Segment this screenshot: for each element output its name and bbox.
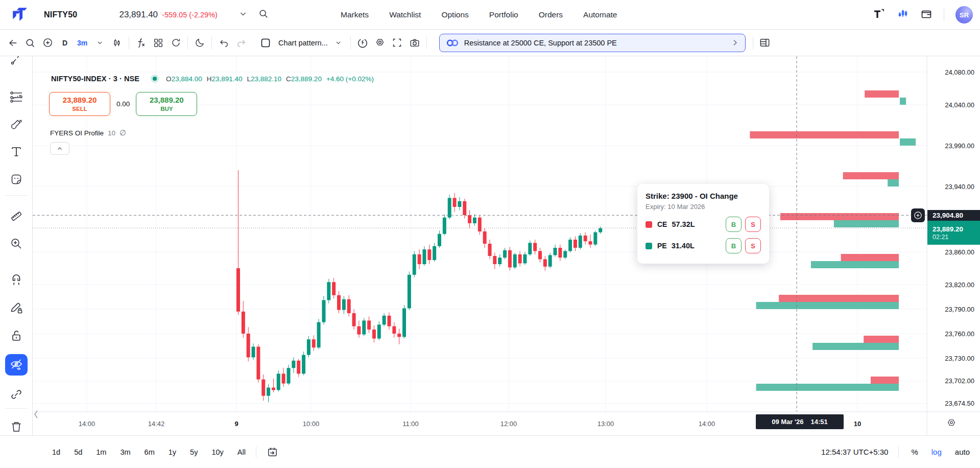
back-button[interactable] <box>4 34 21 52</box>
tool-draw-lock[interactable] <box>6 299 27 317</box>
nav-markets[interactable]: Markets <box>341 10 369 19</box>
ai-prompt-input[interactable] <box>464 39 726 47</box>
candle-body <box>277 373 280 390</box>
nav-portfolio[interactable]: Portfolio <box>489 10 518 19</box>
market-depth-icon[interactable] <box>897 8 909 22</box>
wallet-icon[interactable] <box>920 8 933 22</box>
fullscreen-icon[interactable] <box>389 34 406 52</box>
dark-mode-moon-icon[interactable] <box>191 34 208 52</box>
nav-orders[interactable]: Orders <box>539 10 563 19</box>
pattern-checkbox[interactable] <box>257 34 274 52</box>
candle-body <box>352 313 356 326</box>
tool-ruler[interactable] <box>6 207 27 225</box>
redo-icon[interactable] <box>232 34 250 52</box>
legend-collapse-button[interactable] <box>50 142 69 155</box>
compare-add-icon[interactable] <box>39 34 56 52</box>
nav-watchlist[interactable]: Watchlist <box>389 10 421 19</box>
time-tick-label: 13:00 <box>597 420 614 428</box>
tool-hide-drawings[interactable] <box>5 354 28 376</box>
price-tick-label: 23,860.00 <box>945 248 974 256</box>
oi-bar-pe <box>900 98 906 105</box>
undo-icon[interactable] <box>215 34 232 52</box>
flash-scan-icon[interactable] <box>354 34 371 52</box>
pe-sell-button[interactable]: S <box>745 238 761 253</box>
quick-trade-plus-button[interactable] <box>911 208 925 222</box>
watchlist-panel-icon[interactable] <box>756 34 774 52</box>
range-5d[interactable]: 5d <box>74 448 82 456</box>
symbol-search-icon[interactable] <box>21 34 39 52</box>
pattern-chevron-icon[interactable] <box>330 34 347 52</box>
candle-body <box>548 255 552 266</box>
chart-type-icon[interactable] <box>108 34 126 52</box>
candle-body <box>558 248 562 258</box>
tool-fib-lines[interactable] <box>6 88 27 105</box>
spread-value: 0.00 <box>116 100 130 108</box>
search-icon[interactable] <box>258 9 269 21</box>
range-all[interactable]: All <box>237 448 246 456</box>
tool-link[interactable] <box>6 386 27 403</box>
candle-body <box>433 246 436 260</box>
nav-options[interactable]: Options <box>441 10 468 19</box>
candle-body <box>523 254 527 264</box>
range-3m[interactable]: 3m <box>120 448 130 456</box>
range-10y[interactable]: 10y <box>211 448 223 456</box>
range-1y[interactable]: 1y <box>169 448 176 456</box>
time-tick-label: 14:42 <box>148 420 165 428</box>
candle-body <box>448 198 451 217</box>
tool-trash[interactable] <box>6 418 27 435</box>
log-scale-button[interactable]: log <box>931 448 942 456</box>
oi-profile-row[interactable]: FYERS OI Profile 10 ∅ <box>50 128 126 137</box>
templates-grid-icon[interactable] <box>150 34 167 52</box>
main-nav: Markets Watchlist Options Portfolio Orde… <box>341 0 617 30</box>
low-value: 23,882.10 <box>251 75 281 83</box>
tool-magnet[interactable] <box>6 272 27 289</box>
pe-buy-button[interactable]: B <box>726 238 742 253</box>
terminal-icon[interactable] <box>872 7 886 22</box>
timeframe-day-button[interactable]: D <box>56 34 74 52</box>
range-5y[interactable]: 5y <box>190 448 198 456</box>
refresh-icon[interactable] <box>167 34 184 52</box>
candle-body <box>242 312 245 334</box>
nav-automate[interactable]: Automate <box>583 10 617 19</box>
submit-chevron-icon[interactable] <box>731 39 739 46</box>
pane-collapse-icon[interactable] <box>33 409 39 422</box>
chart-pattern-label[interactable]: Chart pattern... <box>278 39 328 47</box>
range-1m[interactable]: 1m <box>96 448 106 456</box>
sell-button[interactable]: 23,889.20 SELL <box>49 92 110 116</box>
avatar[interactable]: SR <box>955 6 973 24</box>
chevron-down-icon[interactable] <box>239 10 247 20</box>
interval-button[interactable]: 3m <box>74 34 91 52</box>
ce-color-swatch <box>646 221 652 228</box>
session-clock[interactable]: 12:54:37 UTC+5:30 <box>821 448 888 456</box>
candle-body <box>322 300 325 322</box>
time-tick-label: 12:00 <box>500 420 517 428</box>
ai-prompt-box[interactable] <box>439 34 746 52</box>
candle-body <box>392 326 396 334</box>
auto-scale-button[interactable]: auto <box>955 448 970 456</box>
price-tick-label: 24,040.00 <box>945 101 974 109</box>
buy-button[interactable]: 23,889.20 BUY <box>136 92 197 116</box>
oi-bar-ce <box>864 336 899 343</box>
snapshot-camera-icon[interactable] <box>406 34 423 52</box>
percent-scale-button[interactable]: % <box>911 448 918 456</box>
tool-lock[interactable] <box>6 327 27 344</box>
legend-symbol[interactable]: NIFTY50-INDEX · 3 · NSE <box>51 75 139 83</box>
ce-sell-button[interactable]: S <box>745 217 761 232</box>
go-to-date-icon[interactable] <box>267 446 278 458</box>
indicators-fx-icon[interactable] <box>132 34 150 52</box>
price-axis-settings-icon[interactable] <box>946 417 957 431</box>
tool-brush[interactable] <box>6 115 27 133</box>
range-6m[interactable]: 6m <box>145 448 155 456</box>
tool-sticker[interactable] <box>6 171 27 188</box>
tool-text[interactable] <box>6 143 27 160</box>
candle-body <box>236 268 240 312</box>
ce-buy-button[interactable]: B <box>726 217 742 232</box>
order-panel: 23,889.20 SELL 0.00 23,889.20 BUY <box>49 92 197 116</box>
tool-zoom-in[interactable] <box>6 235 27 252</box>
interval-chevron-icon[interactable] <box>91 34 108 52</box>
candle-body <box>292 361 295 368</box>
range-1d[interactable]: 1d <box>52 448 60 456</box>
settings-gear-icon[interactable] <box>371 34 389 52</box>
tool-trend-line[interactable] <box>6 56 27 67</box>
oi-bar-pe <box>756 384 899 391</box>
